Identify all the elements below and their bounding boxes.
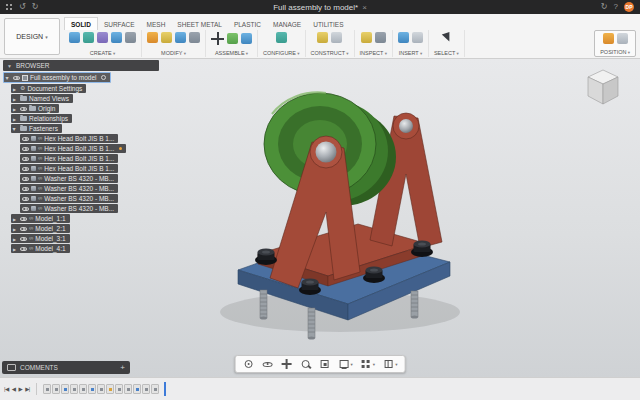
browser-tree-item[interactable]: Washer BS 4320 - MB...	[20, 184, 118, 193]
timeline-playhead[interactable]	[164, 382, 166, 396]
timeline-control-button[interactable]: |◀	[4, 386, 9, 392]
measure-icon[interactable]	[361, 32, 372, 43]
expand-arrow-icon[interactable]	[13, 114, 18, 124]
fillet-icon[interactable]	[161, 32, 172, 43]
group-label-assemble[interactable]: ASSEMBLE	[215, 50, 248, 56]
tab-surface[interactable]: SURFACE	[98, 18, 141, 30]
group-label-select[interactable]: SELECT	[434, 50, 459, 56]
new-assembly-icon[interactable]	[241, 33, 252, 44]
visibility-eye-icon[interactable]	[13, 76, 20, 80]
timeline-feature-icon[interactable]	[79, 384, 87, 394]
workspace-switcher-button[interactable]: DESIGN	[4, 18, 60, 55]
timeline-feature-icon[interactable]	[106, 384, 114, 394]
timeline-feature-icon[interactable]	[124, 384, 132, 394]
timeline-feature-icon[interactable]	[142, 384, 150, 394]
timeline-feature-icon[interactable]	[43, 384, 51, 394]
orbit-icon[interactable]	[243, 358, 255, 370]
tab-sheet-metal[interactable]: SHEET METAL	[171, 18, 228, 30]
browser-tree-item[interactable]: Hex Head Bolt JIS B 1...	[20, 144, 126, 153]
tab-solid[interactable]: SOLID	[64, 17, 98, 30]
group-label-create[interactable]: CREATE	[90, 50, 115, 56]
visibility-eye-icon[interactable]	[22, 177, 29, 181]
document-tab[interactable]: Full assembly to model*×	[136, 3, 504, 12]
expand-arrow-icon[interactable]	[13, 104, 18, 114]
visibility-eye-icon[interactable]	[22, 167, 29, 171]
visibility-eye-icon[interactable]	[22, 187, 29, 191]
expand-arrow-icon[interactable]	[6, 73, 11, 83]
expand-arrow-icon[interactable]	[13, 234, 18, 244]
browser-tree-item[interactable]: Named Views	[11, 94, 73, 103]
group-label-construct[interactable]: CONSTRUCT	[311, 50, 349, 56]
insert-mesh-icon[interactable]	[398, 32, 409, 43]
browser-tree-item[interactable]: Hex Head Bolt JIS B 1...	[20, 154, 118, 163]
sweep-icon[interactable]	[111, 32, 122, 43]
timeline-control-button[interactable]: ◀	[12, 386, 16, 392]
timeline-feature-icon[interactable]	[151, 384, 159, 394]
zoom-icon[interactable]	[300, 358, 312, 370]
timeline-feature-icon[interactable]	[61, 384, 69, 394]
timeline-feature-icon[interactable]	[133, 384, 141, 394]
capture-position-icon[interactable]	[603, 33, 614, 44]
browser-tree-item[interactable]: Fasteners	[11, 124, 62, 133]
visibility-eye-icon[interactable]	[20, 237, 27, 241]
configure-icon[interactable]	[276, 32, 287, 43]
extrude-icon[interactable]	[83, 32, 94, 43]
construction-plane-icon[interactable]	[317, 32, 328, 43]
timeline-control-button[interactable]: ▶	[18, 386, 22, 392]
group-label-modify[interactable]: MODIFY	[161, 50, 186, 56]
expand-arrow-icon[interactable]	[13, 94, 18, 104]
shell-icon[interactable]	[175, 32, 186, 43]
expand-arrow-icon[interactable]	[13, 244, 18, 254]
visibility-eye-icon[interactable]	[22, 197, 29, 201]
tab-plastic[interactable]: PLASTIC	[228, 18, 267, 30]
construction-axis-icon[interactable]	[331, 32, 342, 43]
timeline-feature-icon[interactable]	[97, 384, 105, 394]
browser-collapse-icon[interactable]: ▼	[7, 63, 12, 69]
tab-manage[interactable]: MANAGE	[267, 18, 307, 30]
browser-tree-item[interactable]: Washer BS 4320 - MB...	[20, 194, 118, 203]
job-status-icon[interactable]: ↻	[601, 0, 608, 14]
browser-header[interactable]: ▼ BROWSER	[3, 60, 159, 71]
timeline-feature-icon[interactable]	[70, 384, 78, 394]
expand-arrow-icon[interactable]	[13, 84, 18, 94]
revolve-icon[interactable]	[97, 32, 108, 43]
fit-icon[interactable]	[319, 358, 331, 370]
browser-tree-item[interactable]: Model_3:1	[11, 234, 70, 243]
look-at-icon[interactable]	[262, 358, 274, 370]
view-cube[interactable]	[580, 64, 626, 110]
visibility-eye-icon[interactable]	[22, 207, 29, 211]
timeline-feature-icon[interactable]	[88, 384, 96, 394]
browser-tree-item[interactable]: Model_2:1	[11, 224, 70, 233]
redo-icon[interactable]: ↻	[32, 0, 39, 14]
group-label-insert[interactable]: INSERT	[399, 50, 423, 56]
primitive-icon[interactable]	[125, 32, 136, 43]
visibility-eye-icon[interactable]	[20, 107, 27, 111]
visibility-eye-icon[interactable]	[20, 247, 27, 251]
tab-mesh[interactable]: MESH	[141, 18, 172, 30]
3d-viewport[interactable]: ▼ BROWSER Full assembly to model	[0, 58, 640, 378]
expand-arrow-icon[interactable]	[13, 224, 18, 234]
visibility-eye-icon[interactable]	[20, 217, 27, 221]
viewports-icon[interactable]: ▾	[382, 358, 397, 370]
browser-root-item[interactable]: Full assembly to model	[3, 72, 111, 83]
group-label-configure[interactable]: CONFIGURE	[263, 50, 300, 56]
expand-arrow-icon[interactable]	[13, 124, 18, 134]
tab-close-icon[interactable]: ×	[362, 3, 367, 12]
browser-tree-item[interactable]: Model_4:1	[11, 244, 70, 253]
visibility-eye-icon[interactable]	[22, 147, 29, 151]
user-avatar[interactable]: DP	[624, 2, 634, 12]
browser-tree-item[interactable]: Hex Head Bolt JIS B 1...	[20, 164, 118, 173]
joint-icon[interactable]	[227, 33, 238, 44]
timeline-feature-icon[interactable]	[115, 384, 123, 394]
timeline-feature-icon[interactable]	[52, 384, 60, 394]
browser-tree-item[interactable]: Hex Head Bolt JIS B 1...	[20, 134, 118, 143]
browser-tree-item[interactable]: Relationships	[11, 114, 72, 123]
move-copy-icon[interactable]	[211, 32, 224, 45]
help-icon[interactable]: ?	[614, 0, 618, 14]
browser-tree-item[interactable]: Document Settings	[11, 84, 86, 93]
insert-mcmaster-icon[interactable]	[412, 32, 423, 43]
browser-tree-item[interactable]: Origin	[11, 104, 59, 113]
grid-display-icon[interactable]: ▾	[360, 358, 375, 370]
tab-utilities[interactable]: UTILITIES	[307, 18, 349, 30]
visibility-eye-icon[interactable]	[22, 157, 29, 161]
